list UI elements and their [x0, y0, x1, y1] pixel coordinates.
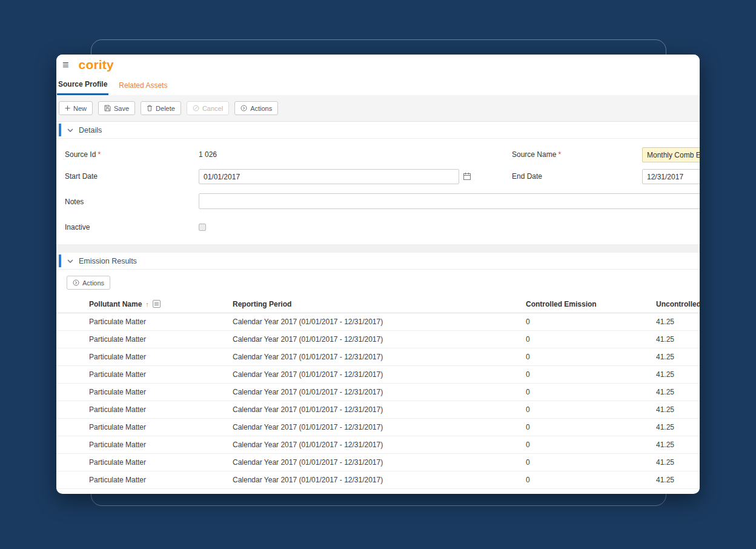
cell-uncontrolled-emission: 41.25	[656, 476, 700, 484]
delete-button[interactable]: Delete	[141, 101, 181, 115]
chevron-down-icon[interactable]	[67, 128, 73, 132]
cell-uncontrolled-emission: 41.25	[656, 370, 700, 379]
save-button[interactable]: Save	[98, 101, 135, 115]
grid-toolbar: Actions	[56, 270, 700, 295]
emission-results-section-header: Emission Results	[56, 253, 700, 270]
cell-controlled-emission: 0	[526, 405, 656, 414]
cell-uncontrolled-emission: 41.25	[656, 353, 700, 361]
cell-controlled-emission: 0	[526, 476, 656, 484]
table-row[interactable]: Particulate Matter Calendar Year 2017 (0…	[56, 436, 700, 454]
actions-icon	[240, 105, 247, 111]
cell-controlled-emission: 0	[526, 441, 656, 449]
column-header-label: Pollutant Name	[89, 300, 142, 308]
cell-pollutant-name: Particulate Matter	[89, 335, 233, 344]
new-button[interactable]: New	[59, 101, 93, 115]
actions-button[interactable]: Actions	[234, 101, 278, 115]
cell-reporting-period: Calendar Year 2017 (01/01/2017 - 12/31/2…	[233, 458, 526, 467]
cell-uncontrolled-emission: 41.25	[656, 441, 700, 449]
save-icon	[104, 105, 111, 111]
grid-actions-button-label: Actions	[82, 279, 104, 287]
delete-button-label: Delete	[156, 105, 175, 112]
table-row[interactable]: Particulate Matter Calendar Year 2017 (0…	[56, 331, 700, 348]
cell-pollutant-name: Particulate Matter	[89, 318, 233, 326]
table-row[interactable]: Particulate Matter Calendar Year 2017 (0…	[56, 454, 700, 471]
source-name-input[interactable]	[642, 147, 700, 162]
calendar-icon[interactable]	[462, 171, 472, 182]
section-divider	[56, 244, 700, 253]
column-header-pollutant-name[interactable]: Pollutant Name ↑	[89, 300, 233, 308]
end-date-label: End Date	[512, 172, 542, 181]
cell-controlled-emission: 0	[526, 353, 656, 361]
required-asterisk: *	[98, 150, 101, 159]
cell-pollutant-name: Particulate Matter	[89, 441, 233, 449]
cority-logo: cority	[79, 58, 114, 72]
inactive-checkbox[interactable]	[199, 224, 206, 231]
cell-pollutant-name: Particulate Matter	[89, 353, 233, 361]
hamburger-menu-icon[interactable]: ≡	[62, 59, 69, 70]
cell-uncontrolled-emission: 41.25	[656, 318, 700, 326]
save-button-label: Save	[114, 105, 129, 112]
chevron-down-icon[interactable]	[67, 259, 73, 263]
notes-input[interactable]	[199, 193, 700, 209]
column-header-uncontrolled-emission[interactable]: Uncontrolled Emission	[656, 300, 700, 308]
cell-uncontrolled-emission: 41.25	[656, 335, 700, 344]
cell-uncontrolled-emission: 41.25	[656, 388, 700, 396]
column-header-controlled-emission[interactable]: Controlled Emission	[526, 300, 656, 308]
inactive-label: Inactive	[65, 223, 90, 231]
details-section-header: Details	[56, 122, 700, 139]
app-window: ≡ cority Source Profile Related Assets N…	[56, 55, 700, 494]
table-header-row: Pollutant Name ↑ Reporting Period Contro…	[56, 295, 700, 313]
trash-icon	[147, 105, 153, 111]
tab-source-profile[interactable]: Source Profile	[57, 75, 108, 95]
cell-pollutant-name: Particulate Matter	[89, 423, 233, 431]
logo-bar: ≡ cority	[56, 55, 700, 75]
source-name-label: Source Name*	[512, 150, 561, 159]
cell-reporting-period: Calendar Year 2017 (01/01/2017 - 12/31/2…	[233, 441, 526, 449]
plus-icon	[65, 105, 70, 111]
sort-ascending-icon[interactable]: ↑	[145, 301, 149, 308]
cell-controlled-emission: 0	[526, 388, 656, 396]
table-row[interactable]: Particulate Matter Calendar Year 2017 (0…	[56, 384, 700, 401]
cell-controlled-emission: 0	[526, 423, 656, 431]
section-accent-bar	[59, 124, 61, 136]
cell-pollutant-name: Particulate Matter	[89, 476, 233, 484]
cell-pollutant-name: Particulate Matter	[89, 388, 233, 396]
cell-uncontrolled-emission: 41.25	[656, 458, 700, 467]
cell-pollutant-name: Particulate Matter	[89, 458, 233, 467]
cell-reporting-period: Calendar Year 2017 (01/01/2017 - 12/31/2…	[233, 370, 526, 379]
cell-reporting-period: Calendar Year 2017 (01/01/2017 - 12/31/2…	[233, 423, 526, 431]
column-header-reporting-period[interactable]: Reporting Period	[233, 300, 526, 308]
column-menu-icon[interactable]	[153, 300, 161, 308]
table-row[interactable]: Particulate Matter Calendar Year 2017 (0…	[56, 348, 700, 366]
cell-reporting-period: Calendar Year 2017 (01/01/2017 - 12/31/2…	[233, 388, 526, 396]
record-toolbar: New Save Delete Cancel Actions	[56, 95, 700, 122]
table-row[interactable]: Particulate Matter Calendar Year 2017 (0…	[56, 366, 700, 384]
end-date-input[interactable]	[642, 169, 700, 184]
cell-uncontrolled-emission: 41.25	[656, 423, 700, 431]
tab-bar: Source Profile Related Assets	[56, 75, 700, 95]
cell-reporting-period: Calendar Year 2017 (01/01/2017 - 12/31/2…	[233, 335, 526, 344]
cell-pollutant-name: Particulate Matter	[89, 370, 233, 379]
table-row[interactable]: Particulate Matter Calendar Year 2017 (0…	[56, 471, 700, 489]
details-form: Source Id* 1 026 Source Name* Start Date…	[56, 139, 700, 244]
start-date-input[interactable]	[199, 169, 459, 184]
cell-uncontrolled-emission: 41.25	[656, 405, 700, 414]
cancel-icon	[193, 105, 199, 111]
table-row[interactable]: Particulate Matter Calendar Year 2017 (0…	[56, 313, 700, 331]
cancel-button[interactable]: Cancel	[187, 101, 229, 115]
cancel-button-label: Cancel	[202, 105, 223, 112]
table-row[interactable]: Particulate Matter Calendar Year 2017 (0…	[56, 419, 700, 436]
cell-reporting-period: Calendar Year 2017 (01/01/2017 - 12/31/2…	[233, 353, 526, 361]
cell-reporting-period: Calendar Year 2017 (01/01/2017 - 12/31/2…	[233, 476, 526, 484]
cell-reporting-period: Calendar Year 2017 (01/01/2017 - 12/31/2…	[233, 318, 526, 326]
details-section-title: Details	[79, 126, 102, 135]
cell-controlled-emission: 0	[526, 335, 656, 344]
tab-related-assets[interactable]: Related Assets	[118, 75, 168, 95]
actions-icon	[73, 279, 79, 286]
emission-results-section-title: Emission Results	[79, 257, 137, 265]
required-asterisk: *	[558, 150, 561, 159]
grid-actions-button[interactable]: Actions	[67, 276, 110, 290]
table-row[interactable]: Particulate Matter Calendar Year 2017 (0…	[56, 401, 700, 419]
start-date-label: Start Date	[65, 172, 98, 181]
window-content: ≡ cority Source Profile Related Assets N…	[56, 55, 700, 489]
